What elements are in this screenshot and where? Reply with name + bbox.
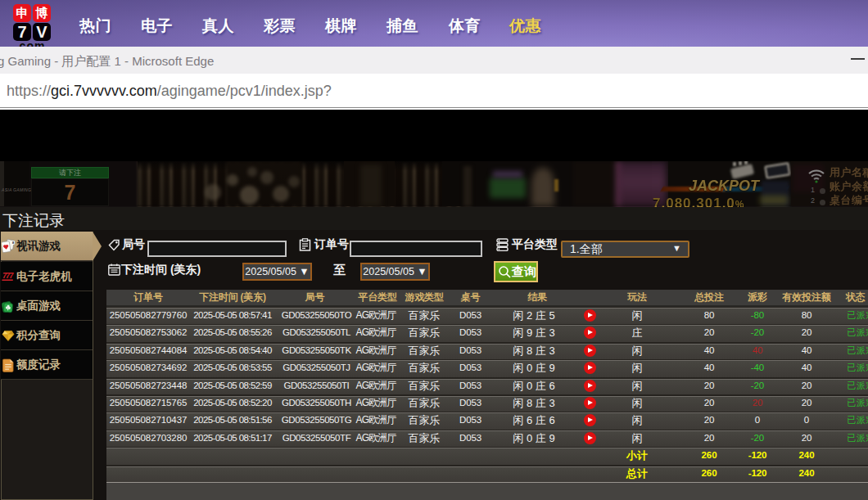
svg-text:777: 777 (2, 271, 15, 280)
